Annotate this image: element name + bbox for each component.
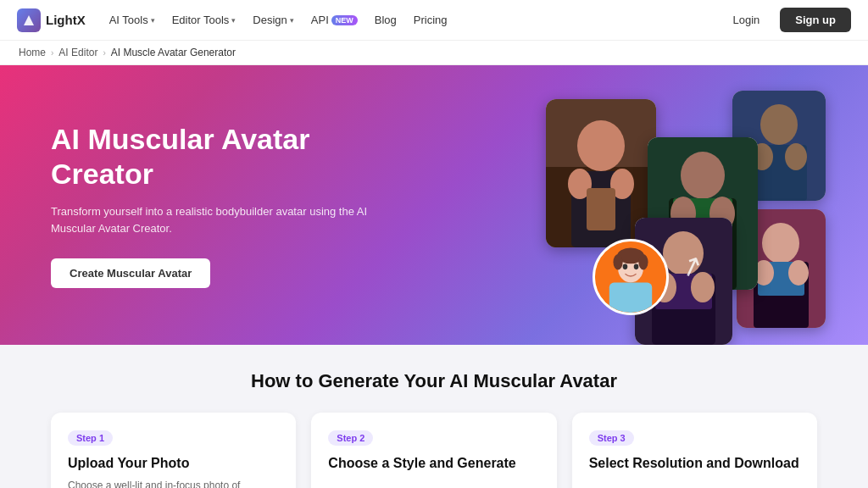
chevron-down-icon: ▾ xyxy=(231,16,236,25)
logo-text: LightX xyxy=(46,13,86,27)
create-avatar-button[interactable]: Create Muscular Avatar xyxy=(51,258,210,288)
step-3-badge: Step 3 xyxy=(589,430,634,446)
logo-icon xyxy=(17,8,41,32)
nav-api[interactable]: API NEW xyxy=(304,10,364,30)
hero-section: AI Muscular Avatar Creator Transform you… xyxy=(0,65,868,345)
step-card-3: Step 3 Select Resolution and Download xyxy=(572,413,817,488)
svg-rect-34 xyxy=(609,283,652,313)
login-button[interactable]: Login xyxy=(721,8,772,31)
step-2-badge: Step 2 xyxy=(328,430,373,446)
step-1-heading: Upload Your Photo xyxy=(68,456,279,471)
avatar-person-circle xyxy=(593,239,669,315)
svg-point-20 xyxy=(681,152,725,199)
svg-point-14 xyxy=(762,223,799,263)
nav-right: Login Sign up xyxy=(721,8,851,32)
breadcrumb-home[interactable]: Home xyxy=(19,47,46,58)
chevron-down-icon: ▾ xyxy=(151,16,155,25)
hero-title: AI Muscular Avatar Creator xyxy=(51,122,407,191)
svg-point-38 xyxy=(613,254,622,270)
svg-marker-0 xyxy=(24,15,34,25)
nav-blog[interactable]: Blog xyxy=(368,10,403,30)
hero-image-collage: ↗ xyxy=(546,91,834,336)
svg-point-36 xyxy=(634,264,639,270)
api-badge: NEW xyxy=(331,15,358,25)
nav-editor-tools[interactable]: Editor Tools ▾ xyxy=(165,10,243,30)
step-1-desc: Choose a well-lit and in-focus photo of xyxy=(68,478,279,488)
nav-pricing[interactable]: Pricing xyxy=(407,10,454,30)
chevron-down-icon: ▾ xyxy=(290,16,294,25)
svg-point-3 xyxy=(577,120,625,171)
step-2-heading: Choose a Style and Generate xyxy=(328,456,539,471)
svg-point-39 xyxy=(638,254,648,270)
step-1-badge: Step 1 xyxy=(68,430,113,446)
svg-rect-7 xyxy=(587,188,615,230)
hero-description: Transform yourself into a realistic body… xyxy=(51,203,407,239)
breadcrumb-ai-editor[interactable]: AI Editor xyxy=(58,47,97,58)
steps-row: Step 1 Upload Your Photo Choose a well-l… xyxy=(51,413,817,488)
nav-links: AI Tools ▾ Editor Tools ▾ Design ▾ API N… xyxy=(103,10,454,30)
breadcrumb-sep-1: › xyxy=(51,48,53,58)
svg-point-9 xyxy=(760,104,798,145)
svg-point-18 xyxy=(788,260,809,286)
navbar: LightX AI Tools ▾ Editor Tools ▾ Design … xyxy=(0,0,868,41)
how-to-title: How to Generate Your AI Muscular Avatar xyxy=(51,370,817,392)
signup-button[interactable]: Sign up xyxy=(780,8,851,32)
svg-point-12 xyxy=(785,143,807,170)
nav-design[interactable]: Design ▾ xyxy=(246,10,300,30)
hero-content: AI Muscular Avatar Creator Transform you… xyxy=(51,122,407,288)
logo[interactable]: LightX xyxy=(17,8,86,32)
breadcrumb-sep-2: › xyxy=(103,48,105,58)
step-card-2: Step 2 Choose a Style and Generate xyxy=(311,413,556,488)
how-to-section: How to Generate Your AI Muscular Avatar … xyxy=(0,345,868,488)
breadcrumb-current: AI Muscle Avatar Generator xyxy=(111,47,236,58)
step-card-1: Step 1 Upload Your Photo Choose a well-l… xyxy=(51,413,296,488)
nav-left: LightX AI Tools ▾ Editor Tools ▾ Design … xyxy=(17,8,454,32)
nav-ai-tools[interactable]: AI Tools ▾ xyxy=(103,10,162,30)
svg-point-35 xyxy=(623,264,628,270)
step-3-heading: Select Resolution and Download xyxy=(589,456,800,471)
